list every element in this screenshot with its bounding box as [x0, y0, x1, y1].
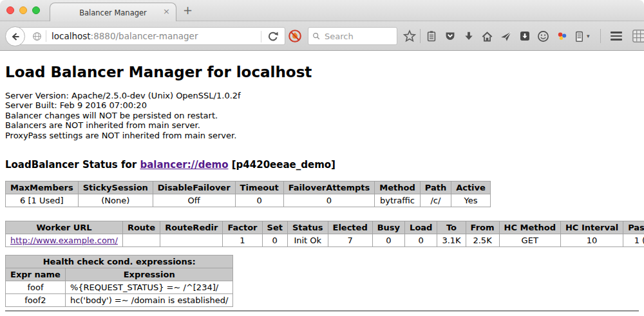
column-header: Factor [223, 221, 262, 234]
column-header: Active [451, 181, 491, 194]
toolbar-icons: ▾ [400, 21, 644, 51]
table-row: foof %{REQUEST_STATUS} =~ /^[234]/ [6, 281, 233, 294]
table-cell: 2.5K [466, 234, 499, 247]
column-header: Timeout [235, 181, 283, 194]
table-cell: 7 [328, 234, 372, 247]
status-heading-prefix: LoadBalancer Status for [5, 159, 140, 171]
status-heading: LoadBalancer Status for balancer://demo … [5, 159, 639, 171]
column-header: Expression [65, 268, 233, 281]
send-icon[interactable] [497, 21, 515, 51]
table-cell: 0 [283, 194, 375, 207]
colored-dots-icon[interactable] [553, 21, 571, 51]
url-input[interactable]: localhost:8880/balancer-manager [15, 27, 285, 45]
new-tab-button[interactable]: + [183, 3, 193, 17]
column-header: To [437, 221, 466, 234]
balancers-notice-line: Balancers are NOT inherited from main se… [5, 120, 639, 130]
url-reload-divider [261, 31, 261, 42]
table-cell: 1 (0) [623, 234, 644, 247]
worker-table: Worker URL Route RouteRedir Factor Set S… [5, 221, 644, 247]
table-cell: 1 [223, 234, 262, 247]
window-controls [6, 6, 40, 14]
table-cell: GET [499, 234, 560, 247]
health-table-title: Health check cond. expressions: [6, 256, 233, 268]
search-input[interactable] [323, 31, 393, 42]
column-header: Passes [623, 221, 644, 234]
bottom-divider [5, 310, 639, 311]
search-field [308, 27, 397, 45]
grid-icon[interactable] [629, 21, 644, 51]
column-header: HC Interval [560, 221, 623, 234]
reload-button[interactable] [267, 30, 279, 42]
balancer-demo-link[interactable]: balancer://demo [140, 159, 228, 171]
reload-icon [267, 30, 279, 42]
column-header: Path [420, 181, 451, 194]
close-window-button[interactable] [6, 6, 14, 14]
table-cell: 0 [372, 234, 404, 247]
health-check-table: Health check cond. expressions: Expr nam… [5, 255, 233, 307]
proxypass-notice-line: ProxyPass settings are NOT inherited fro… [5, 131, 639, 140]
server-info: Server Version: Apache/2.5.0-dev (Unix) … [5, 91, 639, 140]
column-header: From [466, 221, 499, 234]
minimize-window-button[interactable] [19, 6, 27, 14]
home-icon[interactable] [478, 21, 497, 51]
worker-url-link[interactable]: http://www.example.com/ [10, 236, 118, 245]
table-cell: 0 [262, 234, 287, 247]
table-cell [160, 234, 223, 247]
column-header: Elected [328, 221, 372, 234]
column-header: Method [375, 181, 420, 194]
pocket-icon[interactable] [440, 21, 459, 51]
battery-icon[interactable] [571, 21, 587, 51]
expr-name-cell: foof2 [6, 294, 66, 307]
tab-bar: Balancer Manager × + [0, 0, 644, 21]
column-header: RouteRedir [160, 221, 223, 234]
table-row: 6 [1 Used] (None) Off 0 0 bytraffic /c/ … [6, 194, 491, 207]
column-header: Load [405, 221, 437, 234]
table-title-row: Health check cond. expressions: [6, 256, 233, 268]
server-built-line: Server Built: Feb 9 2016 07:00:20 [5, 100, 639, 110]
table-cell: 3.1K [437, 234, 466, 247]
tab-balancer-manager[interactable]: Balancer Manager × [50, 3, 176, 22]
table-cell: http://www.example.com/ [6, 234, 123, 247]
balancer-settings-table: MaxMembers StickySession DisableFailover… [5, 181, 491, 207]
table-cell: 10 [560, 234, 623, 247]
table-cell [122, 234, 160, 247]
bookmark-star-icon[interactable] [400, 21, 419, 51]
table-cell: 6 [1 Used] [6, 194, 79, 207]
toolbar-divider [600, 29, 601, 43]
toolbar-divider [420, 29, 421, 43]
navigation-toolbar: localhost:8880/balancer-manager [0, 21, 644, 51]
expr-name-cell: foof [6, 281, 66, 294]
flashblock-icon[interactable] [288, 29, 302, 43]
status-heading-suffix: [p4420eeae_demo] [229, 159, 336, 171]
menu-icon[interactable] [607, 21, 625, 51]
table-header-row: MaxMembers StickySession DisableFailover… [6, 181, 491, 194]
url-host: localhost [52, 31, 91, 41]
table-row: foof2 hc('body') =~ /domain is establish… [6, 294, 233, 307]
clipboard-icon[interactable] [422, 21, 440, 51]
column-header: StickySession [78, 181, 153, 194]
page-content: Load Balancer Manager for localhost Serv… [0, 64, 644, 311]
url-path: :8880/balancer-manager [91, 31, 198, 41]
table-header-row: Expr name Expression [6, 268, 233, 281]
download-box-icon[interactable] [515, 21, 534, 51]
page-title: Load Balancer Manager for localhost [5, 64, 639, 80]
download-icon[interactable] [459, 21, 478, 51]
globe-icon [32, 32, 42, 41]
column-header: Set [262, 221, 287, 234]
column-header: DisableFailover [153, 181, 235, 194]
search-icon [312, 32, 320, 41]
smiley-icon[interactable] [534, 21, 553, 51]
back-button[interactable] [5, 26, 25, 46]
column-header: Expr name [6, 268, 66, 281]
column-header: Route [122, 221, 160, 234]
back-arrow-icon [10, 31, 21, 42]
overflow-caret-icon[interactable]: ▾ [587, 33, 594, 39]
zoom-window-button[interactable] [32, 6, 40, 14]
url-divider [46, 30, 46, 42]
table-cell: /c/ [420, 194, 451, 207]
server-version-line: Server Version: Apache/2.5.0-dev (Unix) … [5, 91, 639, 100]
table-cell: 0 [405, 234, 437, 247]
table-cell: (None) [78, 194, 153, 207]
tab-close-icon[interactable]: × [163, 7, 170, 15]
tab-title: Balancer Manager [79, 8, 147, 17]
